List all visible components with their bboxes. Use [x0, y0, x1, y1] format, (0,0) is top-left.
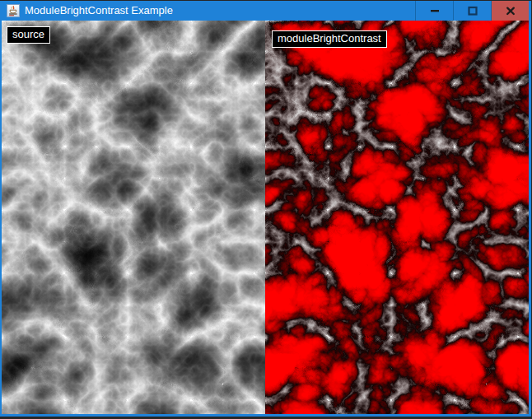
window-content: source moduleBrightContrast [2, 21, 529, 414]
result-label-text: moduleBrightContrast [278, 32, 381, 44]
titlebar[interactable]: ModuleBrightContrast Example [2, 1, 529, 21]
close-button[interactable] [491, 1, 529, 21]
source-noise-texture [2, 21, 265, 414]
result-image-panel: moduleBrightContrast [265, 21, 529, 414]
window-title: ModuleBrightContrast Example [25, 1, 415, 21]
maximize-button[interactable] [453, 1, 491, 21]
minimize-button[interactable] [415, 1, 453, 21]
source-label: source [7, 26, 50, 44]
result-noise-texture [265, 21, 529, 414]
java-app-icon [7, 4, 20, 17]
source-label-text: source [12, 28, 44, 40]
minimize-icon [430, 6, 440, 16]
window-controls [415, 1, 529, 21]
source-image-panel: source [2, 21, 265, 414]
app-window: ModuleBrightContrast Example [0, 1, 531, 417]
result-label: moduleBrightContrast [272, 30, 387, 48]
maximize-icon [468, 6, 478, 16]
close-icon [506, 6, 516, 16]
